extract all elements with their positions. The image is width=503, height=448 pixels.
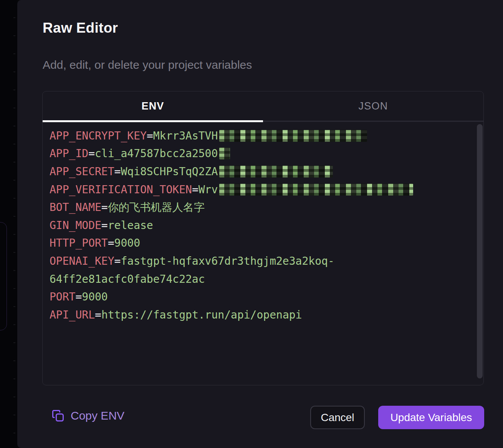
env-line: APP_VERIFICATION_TOKEN=Wrv [50, 181, 476, 199]
copy-icon [51, 409, 65, 423]
env-value: Wqi8SCHPsTqQ2ZA [121, 165, 218, 178]
env-equals: = [95, 309, 101, 321]
env-value: Mkrr3AsTVH [153, 129, 218, 142]
page-background-strip [0, 0, 17, 448]
env-line: APP_ID=cli_a47587bcc2a2500 [50, 145, 476, 163]
env-key: APP_ENCRYPT_KEY [50, 129, 147, 142]
env-code[interactable]: APP_ENCRYPT_KEY=Mkrr3AsTVHAPP_ID=cli_a47… [43, 123, 483, 385]
env-equals: = [114, 165, 121, 178]
redacted-value [219, 130, 367, 142]
env-value: 你的飞书机器人名字 [108, 200, 205, 215]
env-line: APP_SECRET=Wqi8SCHPsTqQ2ZA [50, 163, 476, 181]
env-key: APP_VERIFICATION_TOKEN [50, 183, 192, 196]
env-key: OPENAI_KEY [50, 255, 114, 267]
env-value: https://fastgpt.run/api/openapi [101, 309, 302, 321]
env-line: OPENAI_KEY=fastgpt-hqfaxv67dr3thgjm2e3a2… [50, 252, 476, 270]
variables-editor-card: ENV JSON APP_ENCRYPT_KEY=Mkrr3AsTVHAPP_I… [42, 91, 484, 385]
env-line: APP_ENCRYPT_KEY=Mkrr3AsTVH [50, 127, 476, 145]
raw-editor-modal: Raw Editor Add, edit, or delete your pro… [17, 0, 503, 448]
env-value: fastgpt-hqfaxv67dr3thgjm2e3a2koq- [121, 255, 334, 267]
env-equals: = [114, 255, 121, 267]
env-equals: = [75, 290, 82, 303]
env-value: 64ff2e81acfc0fabe74c22ac [50, 273, 205, 285]
editor-scrollbar[interactable] [477, 124, 483, 378]
editor-tab-bar: ENV JSON [43, 91, 483, 122]
background-tick-marks [13, 0, 15, 448]
env-key: PORT [50, 290, 75, 303]
env-equals: = [192, 183, 199, 196]
env-equals: = [101, 201, 108, 214]
env-equals: = [88, 147, 95, 160]
cancel-button[interactable]: Cancel [310, 406, 365, 429]
env-equals: = [108, 237, 114, 249]
env-line: BOT_NAME=你的飞书机器人名字 [50, 198, 476, 216]
redacted-value [219, 166, 333, 178]
env-equals: = [147, 129, 153, 142]
tab-json[interactable]: JSON [263, 91, 483, 121]
copy-env-button[interactable]: Copy ENV [51, 409, 124, 423]
env-line: HTTP_PORT=9000 [50, 234, 476, 252]
env-value: Wrv [199, 183, 218, 196]
env-line: GIN_MODE=release [50, 216, 476, 234]
env-value: cli_a47587bcc2a2500 [95, 147, 218, 160]
env-key: APP_ID [50, 147, 88, 160]
page-subtitle: Add, edit, or delete your project variab… [43, 58, 252, 71]
env-line: 64ff2e81acfc0fabe74c22ac [50, 270, 476, 288]
env-key: APP_SECRET [50, 165, 114, 178]
update-variables-button[interactable]: Update Variables [378, 406, 484, 429]
copy-env-label: Copy ENV [71, 409, 124, 422]
redacted-value [219, 148, 230, 159]
env-value: release [108, 219, 153, 232]
background-card-fragment [0, 222, 7, 330]
env-key: BOT_NAME [50, 201, 101, 214]
env-value: 9000 [114, 237, 140, 249]
env-line: API_URL=https://fastgpt.run/api/openapi [50, 306, 476, 324]
env-value: 9000 [82, 290, 108, 303]
env-key: API_URL [50, 309, 95, 321]
env-key: HTTP_PORT [50, 237, 108, 249]
env-equals: = [101, 219, 108, 232]
env-line: PORT=9000 [50, 288, 476, 306]
env-key: GIN_MODE [50, 219, 101, 232]
redacted-value [219, 184, 413, 196]
page-title: Raw Editor [43, 20, 118, 36]
tab-env[interactable]: ENV [43, 91, 263, 121]
